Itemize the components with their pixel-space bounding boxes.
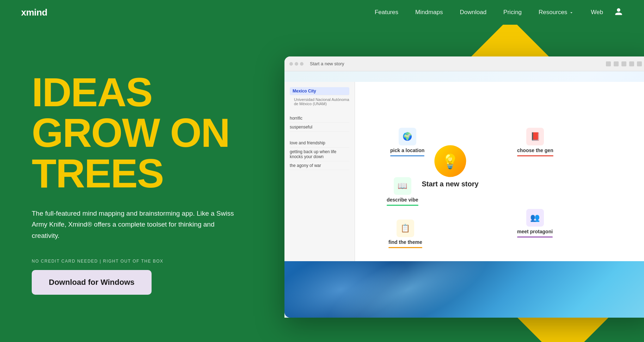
hero-description: The full-featured mind mapping and brain…: [32, 208, 236, 241]
app-window: Start a new story Mexico: [284, 56, 644, 318]
node-underline-vibe: [387, 205, 418, 206]
node-label-gen: choose the gen: [517, 148, 553, 153]
panel-item-mexico[interactable]: Mexico City: [290, 87, 349, 95]
app-mockup-container: Start a new story Mexico: [284, 39, 644, 328]
node-label-vibe: describe vibe: [387, 197, 418, 203]
app-title: Start a new story: [310, 61, 603, 66]
node-icon-protagonist: 👥: [526, 209, 544, 227]
node-underline-location: [390, 155, 424, 156]
node-icon-location: 🌍: [399, 128, 416, 145]
ctrl-star[interactable]: [637, 61, 642, 66]
nav-mindmaps[interactable]: Mindmaps: [415, 9, 443, 16]
node-label-theme: find the theme: [388, 239, 422, 245]
ctrl-back[interactable]: [606, 61, 611, 66]
download-windows-button[interactable]: Download for Windows: [32, 270, 152, 295]
dot-2: [295, 62, 298, 66]
nav-pricing[interactable]: Pricing: [503, 9, 522, 16]
user-icon[interactable]: [614, 7, 623, 17]
node-label-location: pick a location: [390, 148, 424, 153]
hero-section: IDEAS GROW ON TREES The full-featured mi…: [0, 25, 644, 342]
navbar: xmind Features Mindmaps Download Pricing…: [0, 0, 644, 25]
nav-resources[interactable]: Resources: [539, 9, 574, 16]
nav-download[interactable]: Download: [460, 9, 487, 16]
toolbar-controls: [606, 61, 644, 66]
central-node-label: Start a new story: [422, 180, 478, 188]
dot-3: [300, 62, 303, 66]
node-describe-vibe[interactable]: 📖 describe vibe: [387, 177, 418, 206]
central-node: 💡 Start a new story: [422, 145, 478, 188]
node-icon-theme: 📋: [397, 220, 414, 237]
nav-features[interactable]: Features: [375, 9, 398, 16]
cta-label: NO CREDIT CARD NEEDED | RIGHT OUT OF THE…: [32, 259, 289, 264]
app-canvas: Mexico City Universidad Nacional Autónom…: [284, 71, 644, 318]
panel-item-getting-back[interactable]: getting back up when life knocks your do…: [290, 148, 349, 161]
node-underline-gen: [517, 155, 553, 156]
central-node-icon: 💡: [434, 145, 466, 177]
window-controls: [289, 62, 303, 66]
node-icon-vibe: 📖: [394, 177, 411, 195]
logo[interactable]: xmind: [21, 7, 47, 18]
windows-wallpaper: [284, 261, 644, 318]
panel-item-love[interactable]: love and friendship: [290, 139, 349, 148]
panel-item-agony[interactable]: the agony of war: [290, 161, 349, 170]
node-pick-location[interactable]: 🌍 pick a location: [390, 128, 424, 156]
left-panel: Mexico City Universidad Nacional Autónom…: [284, 82, 355, 261]
node-meet-protagonist[interactable]: 👥 meet protagoni: [517, 209, 553, 238]
nav-web[interactable]: Web: [591, 9, 603, 16]
hero-title: IDEAS GROW ON TREES: [32, 72, 289, 194]
ctrl-forward[interactable]: [614, 61, 619, 66]
node-underline-protagonist: [517, 236, 553, 238]
node-label-protagonist: meet protagoni: [517, 229, 553, 234]
chevron-down-icon: [569, 10, 574, 15]
ctrl-expand[interactable]: [629, 61, 634, 66]
node-icon-gen: 📕: [526, 128, 544, 145]
node-underline-theme: [388, 247, 422, 248]
hero-content: IDEAS GROW ON TREES The full-featured mi…: [0, 25, 289, 342]
node-choose-gen[interactable]: 📕 choose the gen: [517, 128, 553, 156]
ctrl-refresh[interactable]: [621, 61, 626, 66]
app-titlebar: Start a new story: [284, 56, 644, 71]
panel-item-horrific[interactable]: horrific: [290, 114, 349, 123]
mindmap-area: Mexico City Universidad Nacional Autónom…: [284, 82, 644, 261]
node-find-theme[interactable]: 📋 find the theme: [388, 220, 422, 248]
panel-subitem-unam: Universidad Nacional Autónoma de México …: [290, 96, 349, 107]
dot-1: [289, 62, 293, 66]
panel-item-suspenseful[interactable]: suspenseful: [290, 123, 349, 132]
